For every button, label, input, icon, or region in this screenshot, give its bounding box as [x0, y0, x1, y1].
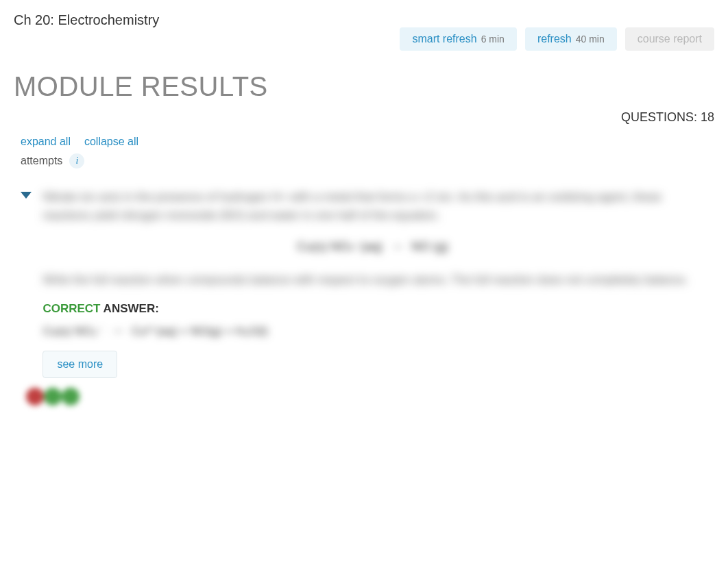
see-more-button[interactable]: see more	[43, 351, 117, 378]
course-report-button[interactable]: course report	[625, 27, 714, 51]
smart-refresh-button[interactable]: smart refresh 6 min	[400, 27, 516, 51]
correct-label: CORRECT	[43, 302, 100, 315]
formula-right: NO (g)	[411, 240, 448, 253]
expand-all-link[interactable]: expand all	[21, 136, 71, 148]
question-card: Nitrate ion acts in the presence of hydr…	[7, 178, 721, 419]
attempts-row: attempts i	[0, 151, 728, 175]
info-icon[interactable]: i	[69, 153, 84, 168]
formula-left: Cu(s) NO₃⁻(aq)	[297, 240, 383, 253]
smart-refresh-time: 6 min	[481, 34, 505, 45]
questions-count: QUESTIONS: 18	[0, 102, 728, 130]
questions-label: QUESTIONS:	[621, 110, 697, 124]
attempts-label: attempts	[21, 155, 62, 167]
answer-text: Cu(s) NO₃⁻ → Cu²⁺(aq) + NO(g) + H₂O(l)	[43, 323, 702, 338]
refresh-button[interactable]: refresh 40 min	[525, 27, 617, 51]
attempt-dot-correct	[62, 388, 80, 405]
question-prompt: Nitrate ion acts in the presence of hydr…	[43, 188, 702, 225]
attempt-dot-incorrect	[26, 388, 44, 405]
questions-number: 18	[701, 110, 714, 124]
attempt-dots	[26, 388, 702, 405]
prompt-line3: Write the full reaction when compounds b…	[43, 273, 582, 286]
collapse-toggle-icon[interactable]	[21, 192, 32, 199]
top-actions: smart refresh 6 min refresh 40 min cours…	[400, 27, 714, 51]
course-report-label: course report	[638, 33, 702, 45]
expand-controls: expand all collapse all	[0, 130, 728, 151]
question-formula: Cu(s) NO₃⁻(aq) → NO (g)	[43, 238, 702, 254]
arrow-icon: →	[390, 238, 404, 253]
chapter-title: Ch 20: Electrochemistry	[14, 12, 159, 28]
prompt-line4: completely balance.	[585, 273, 688, 286]
smart-refresh-label: smart refresh	[412, 33, 476, 45]
question-prompt-continued: Write the full reaction when compounds b…	[43, 271, 702, 289]
collapse-all-link[interactable]: collapse all	[84, 136, 138, 148]
module-results-heading: MODULE RESULTS	[0, 58, 728, 102]
answer-header: CORRECT ANSWER:	[43, 302, 702, 316]
answer-right: Cu²⁺(aq) + NO(g) + H₂O(l)	[132, 325, 268, 338]
arrow-icon: →	[110, 323, 124, 338]
answer-label: ANSWER:	[101, 302, 159, 315]
question-body: Nitrate ion acts in the presence of hydr…	[43, 188, 702, 378]
prompt-line2: nitrogen monoxide (NO) and water in one …	[121, 209, 440, 222]
refresh-time: 40 min	[576, 34, 605, 45]
attempt-dot-correct	[44, 388, 62, 405]
answer-left: Cu(s) NO₃⁻	[43, 325, 103, 338]
refresh-label: refresh	[537, 33, 572, 45]
